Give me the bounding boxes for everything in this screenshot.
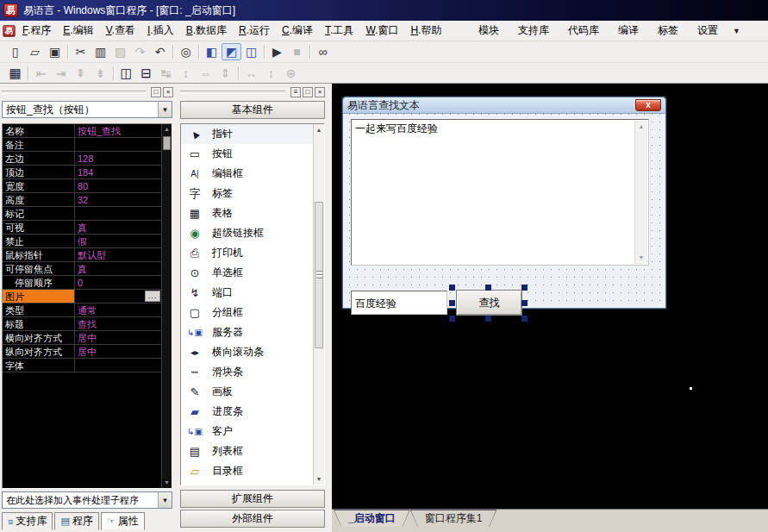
menu-item-right[interactable]: 标签 — [648, 22, 688, 40]
property-panel-grip[interactable]: □ × — [2, 86, 173, 97]
selection-handle[interactable] — [449, 285, 455, 291]
space-down-icon[interactable]: ↕ — [176, 65, 196, 82]
chevron-down-icon[interactable]: ▼ — [158, 492, 172, 508]
scroll-thumb[interactable] — [163, 136, 171, 150]
scroll-down-icon[interactable]: ▼ — [314, 473, 324, 485]
component-item[interactable]: ⎙ 打印机 — [181, 243, 324, 263]
component-item[interactable]: A| 编辑框 — [181, 164, 324, 184]
align-top-icon[interactable]: ⇞ — [71, 65, 91, 82]
menu-item[interactable]: V.查看 — [100, 22, 141, 40]
multiline-editbox[interactable]: 一起来写百度经验 ▲ ▼ — [351, 119, 649, 266]
menu-item[interactable]: H.帮助 — [404, 22, 447, 40]
property-row[interactable]: 顶边 184 — [3, 166, 172, 179]
property-row[interactable]: 标题 查找 — [3, 317, 172, 331]
scroll-down-icon[interactable]: ▼ — [162, 478, 172, 488]
toolbox-panel-grip[interactable]: ≡ □ × — [180, 86, 325, 97]
component-item[interactable]: ↳▣ 服务器 — [181, 322, 324, 342]
menu-item[interactable]: B.数据库 — [180, 22, 233, 40]
designer-tab[interactable]: 窗口程序集1 — [410, 510, 497, 527]
stop-icon[interactable]: ■ — [287, 43, 307, 60]
property-row[interactable]: 类型 通常 — [3, 304, 172, 317]
same-height-icon[interactable]: ⇕ — [215, 65, 235, 82]
editbox-scrollbar[interactable]: ▲ ▼ — [634, 121, 647, 264]
settings-dropdown-icon[interactable]: ▼ — [727, 27, 752, 35]
selection-handle[interactable] — [485, 316, 491, 322]
component-item[interactable]: 字 标签 — [181, 184, 324, 203]
form-grid-icon[interactable]: ▦ — [5, 65, 25, 82]
panel-tab[interactable]: ≡ 支持库 — [2, 512, 53, 530]
keyword-editbox[interactable]: 百度经验 — [351, 291, 447, 315]
panel-menu-icon[interactable]: ≡ — [290, 87, 301, 97]
space-across-icon[interactable]: ↹ — [156, 65, 176, 82]
component-item[interactable]: ▤ 列表框 — [181, 441, 324, 461]
layout-top-panel-icon[interactable]: ◩ — [222, 43, 241, 60]
run-icon[interactable]: ▶ — [267, 43, 287, 60]
event-handler-selector[interactable]: 在此处选择加入事件处理子程序 ▼ — [2, 491, 172, 509]
extended-components-button[interactable]: 扩展组件 — [180, 490, 325, 508]
panel-tab[interactable]: ▤ 程序 — [54, 512, 98, 530]
property-row[interactable]: 名称 按钮_查找 — [3, 124, 172, 138]
component-list-scrollbar[interactable]: ▲ ▼ — [313, 124, 324, 485]
component-item[interactable]: ⊙ 单选框 — [181, 263, 324, 283]
selection-handle[interactable] — [521, 316, 528, 322]
center-vertical-icon[interactable]: ⊟ — [136, 65, 156, 82]
stretch-height-icon[interactable]: ↕ — [261, 65, 281, 82]
save-icon[interactable]: ▣ — [45, 43, 65, 60]
same-width-icon[interactable]: ⇔ — [196, 65, 215, 82]
panel-close-icon[interactable]: × — [163, 87, 173, 97]
designed-form[interactable]: 易语言查找文本 x 一起来写百度经验 ▲ ▼ 百度经验 查找 — [342, 97, 666, 309]
align-left-icon[interactable]: ⇤ — [31, 65, 51, 82]
basic-components-button[interactable]: 基本组件 — [180, 101, 325, 119]
scroll-up-icon[interactable]: ▲ — [162, 124, 172, 135]
component-item[interactable]: ▭ 按钮 — [181, 144, 324, 164]
open-file-icon[interactable]: ▱ — [25, 43, 45, 60]
external-components-button[interactable]: 外部组件 — [180, 510, 325, 528]
component-item[interactable]: ▦ 表格 — [181, 203, 324, 223]
selection-handle[interactable] — [521, 285, 528, 291]
selection-handle[interactable] — [485, 285, 491, 291]
panel-restore-icon[interactable]: □ — [151, 87, 161, 97]
scroll-up-icon[interactable]: ▲ — [314, 124, 324, 135]
scroll-thumb[interactable] — [315, 202, 323, 348]
close-icon[interactable]: x — [635, 99, 661, 111]
selection-handle[interactable] — [449, 316, 455, 322]
selection-handle[interactable] — [521, 300, 528, 306]
menu-item[interactable]: W.窗口 — [359, 22, 404, 40]
property-row[interactable]: 高度 32 — [3, 193, 172, 207]
component-item[interactable]: ▢ 分组框 — [181, 303, 324, 322]
paste-icon[interactable]: ▨ — [110, 43, 130, 60]
window-titlebar[interactable]: 易 易语言 - Windows窗口程序 - [窗口: _启动窗口] — [0, 0, 768, 21]
property-row[interactable]: 字体 — [3, 359, 172, 372]
component-item[interactable]: ┉ 滑块条 — [181, 362, 324, 382]
menu-item[interactable]: C.编译 — [276, 22, 319, 40]
panel-tab[interactable]: ☞ 属性 — [101, 512, 145, 530]
align-bottom-icon[interactable]: ⇟ — [91, 65, 110, 82]
panel-restore-icon[interactable]: □ — [303, 87, 313, 97]
menu-item[interactable]: E.编辑 — [57, 22, 99, 40]
stretch-both-icon[interactable]: ⊕ — [281, 65, 301, 82]
property-row[interactable]: 左边 128 — [3, 152, 172, 166]
undo-icon[interactable]: ↶ — [150, 43, 170, 60]
property-row[interactable]: 图片 ... — [3, 290, 172, 304]
component-item[interactable]: ▱ 目录框 — [181, 461, 324, 481]
component-item[interactable]: ▰ 进度条 — [181, 402, 324, 422]
designed-form-body[interactable]: 一起来写百度经验 ▲ ▼ 百度经验 查找 — [343, 114, 665, 308]
selection-handle[interactable] — [449, 300, 455, 306]
component-item[interactable]: ↳▣ 客户 — [181, 422, 324, 441]
property-row[interactable]: 横向对齐方式 居中 — [3, 331, 172, 345]
find-component-icon[interactable]: ∞ — [313, 43, 333, 60]
stretch-width-icon[interactable]: ↔ — [241, 65, 261, 82]
chevron-down-icon[interactable]: ▼ — [158, 102, 172, 117]
property-row[interactable]: 纵向对齐方式 居中 — [3, 345, 172, 359]
find-button[interactable]: 查找 — [456, 290, 522, 316]
property-row[interactable]: 禁止 假 — [3, 235, 172, 248]
redo-icon[interactable]: ↷ — [130, 43, 150, 60]
picture-ellipsis-button[interactable]: ... — [145, 291, 160, 302]
component-item[interactable]: ◉ 超级链接框 — [181, 223, 324, 243]
component-item[interactable]: ↯ 端口 — [181, 283, 324, 303]
cut-icon[interactable]: ✂ — [71, 43, 91, 60]
component-selector[interactable]: 按钮_查找（按钮） ▼ — [2, 101, 172, 118]
property-grid-scrollbar[interactable]: ▲ ▼ — [161, 124, 172, 488]
property-row[interactable]: 停留顺序 0 — [3, 276, 172, 290]
component-item[interactable]: ◂▸ 横向滚动条 — [181, 342, 324, 362]
